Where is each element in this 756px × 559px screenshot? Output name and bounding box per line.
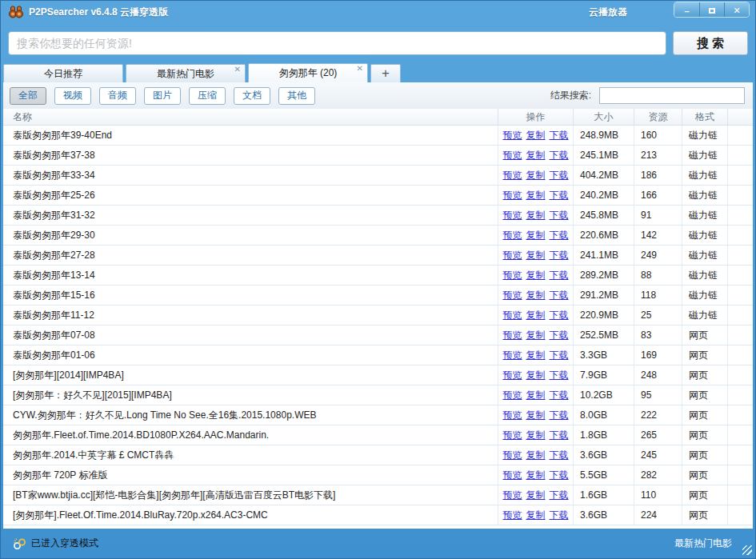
preview-link[interactable]: 预览 xyxy=(503,309,522,322)
table-row[interactable]: 泰版匆匆那年31-32预览复制下载245.8MB91磁力链 xyxy=(3,206,753,226)
resize-grip-icon[interactable] xyxy=(742,545,752,555)
close-button[interactable]: ✕ xyxy=(724,2,749,18)
table-row[interactable]: 泰版匆匆那年33-34预览复制下载404.2MB186磁力链 xyxy=(3,166,753,186)
copy-link[interactable]: 复制 xyxy=(526,409,546,422)
download-link[interactable]: 下载 xyxy=(550,169,569,182)
preview-link[interactable]: 预览 xyxy=(503,349,522,362)
table-row[interactable]: CYW.匆匆那年：好久不见.Long Time No See.全16集.2015… xyxy=(3,405,753,425)
table-row[interactable]: 泰版匆匆那年11-12预览复制下载220.9MB25磁力链 xyxy=(3,305,753,325)
copy-link[interactable]: 复制 xyxy=(526,249,546,262)
download-link[interactable]: 下载 xyxy=(550,369,569,382)
table-row[interactable]: 匆匆那年.Fleet.of.Time.2014.BD1080P.X264.AAC… xyxy=(3,425,753,445)
download-link[interactable]: 下载 xyxy=(550,509,569,522)
download-link[interactable]: 下载 xyxy=(550,329,569,342)
table-row[interactable]: 泰版匆匆那年37-38预览复制下载245.1MB213磁力链 xyxy=(3,146,753,166)
copy-link[interactable]: 复制 xyxy=(526,349,546,362)
copy-link[interactable]: 复制 xyxy=(526,149,546,162)
download-link[interactable]: 下载 xyxy=(550,389,569,402)
header-name[interactable]: 名称 xyxy=(3,109,498,125)
table-row[interactable]: [匆匆那年].Fleet.Of.Time.2014.BluRay.720p.x2… xyxy=(3,505,753,525)
download-link[interactable]: 下载 xyxy=(550,489,569,502)
filter-button-2[interactable]: 视频 xyxy=(54,87,91,105)
preview-link[interactable]: 预览 xyxy=(503,369,522,382)
search-input[interactable] xyxy=(8,31,666,55)
table-row[interactable]: 泰版匆匆那年29-30预览复制下载220.6MB142磁力链 xyxy=(3,226,753,246)
download-link[interactable]: 下载 xyxy=(550,149,569,162)
preview-link[interactable]: 预览 xyxy=(503,409,522,422)
table-row[interactable]: 匆匆那年 720P 标准版预览复制下载5.5GB282网页 xyxy=(3,465,753,485)
tab-close-icon[interactable]: ✕ xyxy=(234,65,241,74)
preview-link[interactable]: 预览 xyxy=(503,289,522,302)
copy-link[interactable]: 复制 xyxy=(526,189,546,202)
copy-link[interactable]: 复制 xyxy=(526,369,546,382)
preview-link[interactable]: 预览 xyxy=(503,189,522,202)
copy-link[interactable]: 复制 xyxy=(526,489,546,502)
table-row[interactable]: 匆匆那年.2014.中英字幕 £ CMCT犇犇预览复制下载3.6GB245网页 xyxy=(3,445,753,465)
preview-link[interactable]: 预览 xyxy=(503,389,522,402)
download-link[interactable]: 下载 xyxy=(550,409,569,422)
copy-link[interactable]: 复制 xyxy=(526,169,546,182)
download-link[interactable]: 下载 xyxy=(550,229,569,242)
preview-link[interactable]: 预览 xyxy=(503,329,522,342)
copy-link[interactable]: 复制 xyxy=(526,209,546,222)
status-right-text[interactable]: 最新热门电影 xyxy=(674,537,732,550)
copy-link[interactable]: 复制 xyxy=(526,429,546,442)
tab-1[interactable]: 今日推荐 xyxy=(3,64,123,82)
header-operations[interactable]: 操作 xyxy=(498,109,573,125)
preview-link[interactable]: 预览 xyxy=(503,449,522,462)
preview-link[interactable]: 预览 xyxy=(503,269,522,282)
header-resources[interactable]: 资源 xyxy=(634,109,682,125)
filter-button-6[interactable]: 文档 xyxy=(234,87,270,105)
table-row[interactable]: 泰版匆匆那年07-08预览复制下载252.5MB83网页 xyxy=(3,325,753,345)
download-link[interactable]: 下载 xyxy=(550,129,569,142)
table-row[interactable]: 泰版匆匆那年39-40End预览复制下载248.9MB160磁力链 xyxy=(3,126,753,146)
preview-link[interactable]: 预览 xyxy=(503,129,522,142)
preview-link[interactable]: 预览 xyxy=(503,509,522,522)
copy-link[interactable]: 复制 xyxy=(526,289,546,302)
preview-link[interactable]: 预览 xyxy=(503,149,522,162)
download-link[interactable]: 下载 xyxy=(550,309,569,322)
table-row[interactable]: 泰版匆匆那年13-14预览复制下载289.2MB88磁力链 xyxy=(3,266,753,285)
tab-3[interactable]: 匆匆那年 (20)✕ xyxy=(248,63,368,82)
download-link[interactable]: 下载 xyxy=(550,469,569,482)
download-link[interactable]: 下载 xyxy=(550,249,569,262)
filter-button-7[interactable]: 其他 xyxy=(278,87,315,105)
preview-link[interactable]: 预览 xyxy=(503,169,522,182)
table-row[interactable]: 泰版匆匆那年15-16预览复制下载291.2MB118磁力链 xyxy=(3,285,753,305)
new-tab-button[interactable]: + xyxy=(370,64,401,82)
copy-link[interactable]: 复制 xyxy=(526,309,546,322)
preview-link[interactable]: 预览 xyxy=(503,469,522,482)
filter-button-3[interactable]: 音频 xyxy=(99,87,136,105)
copy-link[interactable]: 复制 xyxy=(526,449,546,462)
copy-link[interactable]: 复制 xyxy=(526,229,546,242)
download-link[interactable]: 下载 xyxy=(550,349,569,362)
tab-close-icon[interactable]: ✕ xyxy=(357,64,363,74)
header-format[interactable]: 格式 xyxy=(682,109,727,125)
copy-link[interactable]: 复制 xyxy=(526,389,546,402)
download-link[interactable]: 下载 xyxy=(550,449,569,462)
filter-button-1[interactable]: 全部 xyxy=(10,87,46,105)
copy-link[interactable]: 复制 xyxy=(526,129,546,142)
table-row[interactable]: 泰版匆匆那年27-28预览复制下载241.1MB249磁力链 xyxy=(3,246,753,266)
copy-link[interactable]: 复制 xyxy=(526,469,546,482)
maximize-button[interactable] xyxy=(699,2,724,18)
result-search-input[interactable] xyxy=(599,87,745,104)
copy-link[interactable]: 复制 xyxy=(526,269,546,282)
cloud-player-button[interactable]: 云播放器 xyxy=(589,6,627,19)
filter-button-4[interactable]: 图片 xyxy=(144,87,181,105)
table-row[interactable]: 泰版匆匆那年25-26预览复制下载240.2MB166磁力链 xyxy=(3,186,753,206)
filter-button-5[interactable]: 压缩 xyxy=(189,87,226,105)
preview-link[interactable]: 预览 xyxy=(503,249,522,262)
table-row[interactable]: 泰版匆匆那年01-06预览复制下载3.3GB169网页 xyxy=(3,345,753,365)
download-link[interactable]: 下载 xyxy=(550,429,569,442)
header-size[interactable]: 大小 xyxy=(573,109,634,125)
download-link[interactable]: 下载 xyxy=(550,189,569,202)
preview-link[interactable]: 预览 xyxy=(503,229,522,242)
table-row[interactable]: [匆匆那年][2014][IMP4BA]预览复制下载7.9GB248网页 xyxy=(3,365,753,385)
table-row[interactable]: [匆匆那年：好久不见][2015][IMP4BA]预览复制下载10.2GB95网… xyxy=(3,385,753,405)
tab-2[interactable]: 最新热门电影✕ xyxy=(126,64,246,82)
download-link[interactable]: 下载 xyxy=(550,269,569,282)
copy-link[interactable]: 复制 xyxy=(526,509,546,522)
copy-link[interactable]: 复制 xyxy=(526,329,546,342)
search-button[interactable]: 搜 索 xyxy=(673,31,748,55)
